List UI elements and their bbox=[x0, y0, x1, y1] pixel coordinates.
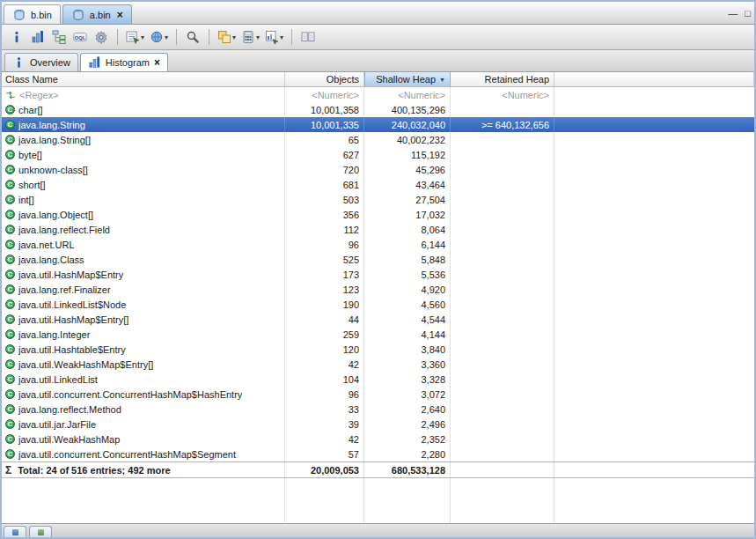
shallow-heap-cell: 115,192 bbox=[364, 147, 451, 162]
column-header-retained-heap[interactable]: Retained Heap bbox=[451, 72, 554, 86]
column-header-filler bbox=[554, 72, 754, 86]
minimized-view-icon bbox=[12, 529, 18, 535]
compare-button[interactable] bbox=[298, 27, 318, 47]
table-row[interactable]: Cjava.util.HashMap$Entry1735,536 bbox=[2, 267, 754, 282]
table-row[interactable]: Cjava.lang.ref.Finalizer1234,920 bbox=[2, 282, 754, 297]
filter-retained-heap[interactable]: <Numeric> bbox=[451, 87, 554, 102]
table-row[interactable]: Cjava.util.LinkedList$Node1904,560 bbox=[2, 297, 754, 312]
shallow-heap-cell: 3,840 bbox=[364, 342, 451, 357]
view-tab-label: Histogram bbox=[106, 57, 150, 68]
editor-tab-a.bin[interactable]: a.bin× bbox=[62, 4, 132, 24]
histogram-button[interactable] bbox=[28, 27, 48, 47]
class-name: unknown-class[] bbox=[18, 165, 88, 175]
table-row[interactable]: Cjava.util.WeakHashMap422,352 bbox=[2, 432, 754, 447]
editor-tab-b.bin[interactable]: b.bin bbox=[4, 4, 61, 24]
column-header-objects[interactable]: Objects bbox=[285, 72, 364, 86]
table-row[interactable]: Cunknown-class[]72045,296 bbox=[2, 162, 754, 177]
window-buttons: — □ bbox=[728, 9, 751, 24]
class-icon: C bbox=[5, 404, 15, 414]
class-name: java.util.LinkedList bbox=[18, 374, 98, 385]
table-row[interactable]: Cjava.lang.Object[]35617,032 bbox=[2, 207, 754, 222]
view-tab-label: Overview bbox=[30, 57, 70, 68]
bottom-bar bbox=[2, 523, 754, 537]
class-name: char[] bbox=[18, 105, 43, 115]
calculator-button[interactable]: ▾ bbox=[239, 27, 261, 47]
table-row[interactable]: Cchar[]10,001,358400,135,296 bbox=[2, 102, 754, 117]
table-row[interactable]: Cjava.lang.reflect.Method332,640 bbox=[2, 402, 754, 417]
close-icon[interactable]: × bbox=[117, 10, 123, 20]
query-browser-button[interactable]: ▾ bbox=[124, 27, 146, 47]
filter-filler bbox=[554, 87, 754, 102]
expert-system-button[interactable] bbox=[92, 27, 111, 47]
total-row: Σ Total: 24 of 516 entries; 492 more 20,… bbox=[2, 461, 754, 478]
maximize-view-button[interactable]: □ bbox=[745, 9, 751, 18]
view-tab-histogram[interactable]: Histogram× bbox=[80, 53, 168, 71]
table-row[interactable]: Cshort[]68143,464 bbox=[2, 177, 754, 192]
class-name-cell: Cjava.util.LinkedList$Node bbox=[2, 297, 285, 312]
retained-heap-cell: >= 640,132,656 bbox=[451, 117, 554, 132]
shallow-heap-cell: 40,002,232 bbox=[364, 132, 451, 147]
total-objects: 20,009,053 bbox=[285, 462, 364, 477]
close-icon[interactable]: × bbox=[154, 57, 160, 68]
retained-heap-cell bbox=[451, 282, 554, 297]
shallow-heap-cell: 4,560 bbox=[364, 297, 451, 312]
objects-cell: 190 bbox=[285, 297, 364, 312]
retained-heap-cell bbox=[451, 327, 554, 342]
table-row[interactable]: Cjava.util.Hashtable$Entry1203,840 bbox=[2, 342, 754, 357]
table-row[interactable]: Cjava.util.concurrent.ConcurrentHashMap$… bbox=[2, 387, 754, 402]
filter-shallow-heap[interactable]: <Numeric> bbox=[364, 87, 451, 102]
row-filler bbox=[554, 132, 754, 147]
search-button[interactable] bbox=[183, 27, 202, 47]
objects-cell: 627 bbox=[285, 147, 364, 162]
view-tab-overview[interactable]: Overview bbox=[4, 53, 78, 71]
class-name-cell: Cshort[] bbox=[2, 177, 285, 192]
export-button[interactable]: ▾ bbox=[263, 27, 285, 47]
retained-heap-cell bbox=[451, 177, 554, 192]
row-filler bbox=[554, 312, 754, 327]
total-filler bbox=[554, 462, 754, 477]
oql-button[interactable]: OQL bbox=[70, 27, 90, 47]
table-row[interactable]: Cjava.util.jar.JarFile392,496 bbox=[2, 417, 754, 432]
histogram-table: Class Name Objects Shallow Heap ▼ Retain… bbox=[2, 72, 754, 523]
class-name-cell: Cjava.lang.Class bbox=[2, 252, 285, 267]
table-row[interactable]: Cjava.net.URL966,144 bbox=[2, 237, 754, 252]
class-icon: C bbox=[5, 344, 15, 354]
class-name-cell: Cjava.lang.Integer bbox=[2, 327, 285, 342]
table-row[interactable]: Cjava.util.LinkedList1043,328 bbox=[2, 372, 754, 387]
info-button[interactable] bbox=[7, 27, 26, 47]
fast-view-tab[interactable] bbox=[4, 526, 26, 537]
run-report-icon bbox=[150, 30, 164, 44]
table-row[interactable]: Cint[]50327,504 bbox=[2, 192, 754, 207]
run-report-button[interactable]: ▾ bbox=[148, 27, 170, 47]
table-row[interactable]: Cjava.util.HashMap$Entry[]444,544 bbox=[2, 312, 754, 327]
retained-heap-cell bbox=[451, 162, 554, 177]
table-row[interactable]: Cjava.lang.Integer2594,144 bbox=[2, 327, 754, 342]
column-header-shallow-heap[interactable]: Shallow Heap ▼ bbox=[364, 72, 451, 86]
query-browser-icon bbox=[126, 30, 140, 44]
class-icon: C bbox=[5, 329, 15, 339]
retained-heap-cell bbox=[451, 237, 554, 252]
table-row[interactable]: Cjava.lang.String[]6540,002,232 bbox=[2, 132, 754, 147]
dominator-tree-button[interactable] bbox=[49, 27, 69, 47]
minimized-view-icon bbox=[38, 529, 44, 535]
table-row[interactable]: Cjava.lang.reflect.Field1128,064 bbox=[2, 222, 754, 237]
table-body: Cchar[]10,001,358400,135,296Cjava.lang.S… bbox=[2, 102, 754, 461]
row-filler bbox=[554, 402, 754, 417]
class-name-cell: Cbyte[] bbox=[2, 147, 285, 162]
objects-cell: 173 bbox=[285, 267, 364, 282]
filter-objects[interactable]: <Numeric> bbox=[285, 87, 364, 102]
minimize-view-button[interactable]: — bbox=[728, 9, 738, 18]
shallow-heap-cell: 4,144 bbox=[364, 327, 451, 342]
filter-class-name[interactable]: <Regex> bbox=[2, 87, 285, 102]
table-row[interactable]: Cjava.lang.Class5255,848 bbox=[2, 252, 754, 267]
svg-text:OQL: OQL bbox=[75, 35, 86, 41]
table-row[interactable]: Cjava.util.concurrent.ConcurrentHashMap$… bbox=[2, 447, 754, 461]
fast-view-tab[interactable] bbox=[29, 526, 52, 537]
table-row[interactable]: Cbyte[]627115,192 bbox=[2, 147, 754, 162]
compare-icon bbox=[301, 30, 315, 44]
group-by-button[interactable]: ▾ bbox=[216, 27, 238, 47]
table-row[interactable]: Cjava.lang.String10,001,335240,032,040>=… bbox=[2, 117, 754, 132]
table-row[interactable]: Cjava.util.WeakHashMap$Entry[]423,360 bbox=[2, 357, 754, 372]
column-header-class-name[interactable]: Class Name bbox=[2, 72, 285, 86]
retained-heap-cell bbox=[451, 192, 554, 207]
